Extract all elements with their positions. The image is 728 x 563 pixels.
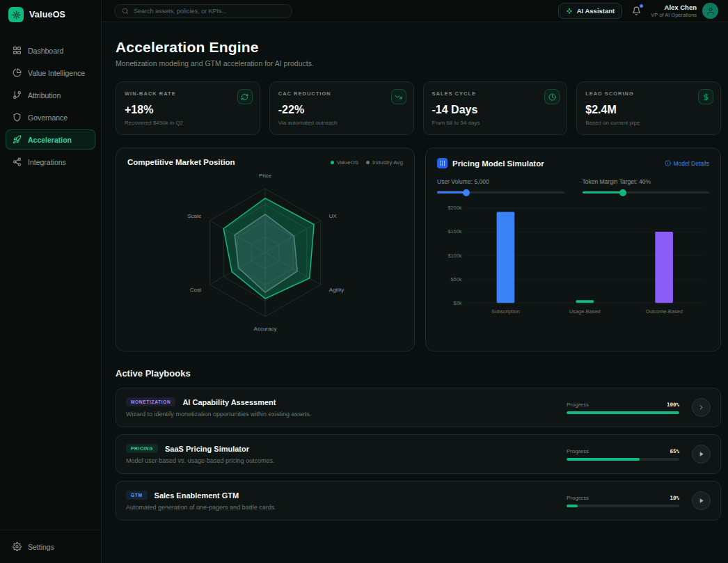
slider-track[interactable]: [437, 191, 564, 193]
slider-fill: [437, 191, 466, 193]
sidebar-item-label: Governance: [28, 113, 68, 122]
sidebar-item-governance[interactable]: Governance: [6, 107, 95, 127]
slider-user-volume: User Volume: 5,000: [437, 178, 564, 193]
topbar: AI Assistant Alex Chen VP of AI Operatio…: [102, 0, 728, 22]
playbook-play-button[interactable]: [692, 491, 711, 510]
page-content: Acceleration Engine Monetization modelin…: [102, 22, 728, 563]
sidebar-item-acceleration[interactable]: Acceleration: [6, 129, 95, 150]
slider-label: User Volume: 5,000: [437, 178, 564, 185]
progress-row: Progress 100%: [567, 402, 679, 408]
svg-text:Cost: Cost: [190, 287, 202, 293]
panel-title: Competitive Market Position: [127, 158, 235, 166]
user-menu[interactable]: Alex Chen VP of AI Operations: [651, 3, 718, 19]
sidebar-item-value-intelligence[interactable]: Value Intelligence: [6, 63, 95, 83]
search-input[interactable]: [134, 8, 285, 15]
playbook-play-button[interactable]: [692, 445, 711, 463]
user-meta: Alex Chen VP of AI Operations: [651, 3, 697, 18]
playbook-title: SaaS Pricing Simulator: [165, 445, 249, 453]
playbook-title-row: GTM Sales Enablement GTM: [126, 491, 554, 500]
sidebar-item-dashboard[interactable]: Dashboard: [6, 40, 95, 61]
slider-fill: [583, 191, 623, 193]
slider-track[interactable]: [583, 191, 710, 193]
progress-bar: [567, 411, 679, 414]
kpi-card-win-back-rate: WIN-BACK RATE +18% Recovered $450k in Q2: [116, 81, 260, 135]
model-details-label: Model Details: [674, 160, 710, 167]
slider-thumb[interactable]: [619, 189, 626, 196]
global-search[interactable]: [114, 4, 292, 18]
legend-dot-icon: [366, 161, 370, 164]
playbook-description: Automated generation of one-pagers and b…: [126, 504, 554, 511]
progress-value: 65%: [670, 448, 679, 454]
svg-text:$150k: $150k: [448, 228, 461, 235]
ai-assistant-label: AI Assistant: [577, 7, 615, 15]
svg-text:Usage-Based: Usage-Based: [569, 308, 601, 315]
page-title: Acceleration Engine: [116, 39, 721, 56]
playbook-row-sales-enablement-gtm: GTM Sales Enablement GTM Automated gener…: [116, 481, 721, 521]
kpi-value: -14 Days: [432, 104, 559, 116]
play-icon: [697, 497, 705, 505]
sidebar-item-settings[interactable]: Settings: [6, 537, 95, 557]
panels-row: Competitive Market Position ValueOSIndus…: [116, 148, 721, 351]
svg-text:$100k: $100k: [448, 253, 461, 259]
app-root: ValueOS DashboardValue IntelligenceAttri…: [0, 0, 728, 563]
progress-label: Progress: [567, 495, 589, 501]
progress-bar-fill: [567, 458, 640, 461]
legend-item-industry-avg: Industry Avg: [366, 159, 403, 166]
playbook-open-button[interactable]: [692, 398, 711, 417]
playbook-progress: Progress 10%: [567, 495, 679, 507]
play-icon: [697, 450, 705, 458]
kpi-caption: Based on current pipe: [585, 120, 712, 126]
kpi-label: WIN-BACK RATE: [125, 90, 251, 97]
avatar[interactable]: [702, 3, 718, 19]
refresh-icon: [237, 89, 253, 104]
kpi-caption: Recovered $450k in Q2: [125, 120, 251, 126]
pricing-bar-chart: $0k$50k$100k$150k$200kSubscriptionUsage-…: [437, 202, 709, 319]
grid-icon: [13, 46, 22, 55]
progress-label: Progress: [567, 448, 589, 454]
sidebar-item-label: Attribution: [28, 91, 61, 100]
valueos-logo-icon: [8, 7, 24, 22]
svg-text:UX: UX: [329, 213, 338, 219]
kpi-label: SALES CYCLE: [432, 90, 559, 97]
playbook-row-saas-pricing-simulator: PRICING SaaS Pricing Simulator Model use…: [116, 434, 721, 474]
svg-text:Agility: Agility: [329, 287, 344, 293]
kpi-value: +18%: [125, 104, 251, 116]
sidebar-item-attribution[interactable]: Attribution: [6, 85, 95, 105]
search-icon: [122, 8, 129, 15]
rocket-icon: [13, 135, 22, 144]
simulator-sliders: User Volume: 5,000 Token Margin Target: …: [437, 178, 709, 193]
slider-token-margin-target: Token Margin Target: 40%: [583, 178, 710, 193]
svg-text:Subscription: Subscription: [491, 308, 520, 315]
playbook-title: AI Capability Assessment: [182, 398, 276, 406]
trend-down-icon: [391, 89, 406, 104]
dollar-icon: [698, 89, 713, 104]
playbook-category-badge: PRICING: [126, 444, 158, 453]
sidebar: ValueOS DashboardValue IntelligenceAttri…: [0, 0, 102, 563]
app-logo[interactable]: ValueOS: [0, 0, 101, 29]
playbook-progress: Progress 100%: [567, 402, 679, 414]
playbook-description: Wizard to identify monetization opportun…: [126, 411, 554, 418]
playbook-category-badge: MONETIZATION: [126, 397, 175, 406]
progress-bar-fill: [567, 411, 679, 414]
progress-value: 10%: [670, 495, 679, 501]
playbook-title: Sales Enablement GTM: [155, 491, 239, 500]
legend-item-valueos: ValueOS: [331, 159, 358, 166]
competitive-market-panel: Competitive Market Position ValueOSIndus…: [116, 148, 415, 351]
sidebar-item-integrations[interactable]: Integrations: [6, 152, 95, 172]
notifications-button[interactable]: [632, 6, 641, 15]
sidebar-nav: DashboardValue IntelligenceAttributionGo…: [0, 29, 101, 177]
slider-thumb[interactable]: [463, 189, 470, 196]
svg-text:$200k: $200k: [448, 205, 461, 211]
sparkles-icon: [566, 8, 573, 15]
legend-dot-icon: [331, 161, 334, 164]
playbooks-section-title: Active Playbooks: [116, 368, 721, 379]
ai-assistant-button[interactable]: AI Assistant: [558, 3, 623, 19]
slider-label: Token Margin Target: 40%: [583, 178, 710, 185]
user-role: VP of AI Operations: [651, 12, 697, 18]
playbook-title-row: PRICING SaaS Pricing Simulator: [126, 444, 554, 453]
svg-text:$0k: $0k: [454, 300, 462, 306]
model-details-link[interactable]: Model Details: [665, 160, 710, 167]
svg-text:Scale: Scale: [187, 213, 202, 219]
sidebar-item-label: Acceleration: [28, 136, 72, 144]
info-icon: [665, 160, 671, 166]
